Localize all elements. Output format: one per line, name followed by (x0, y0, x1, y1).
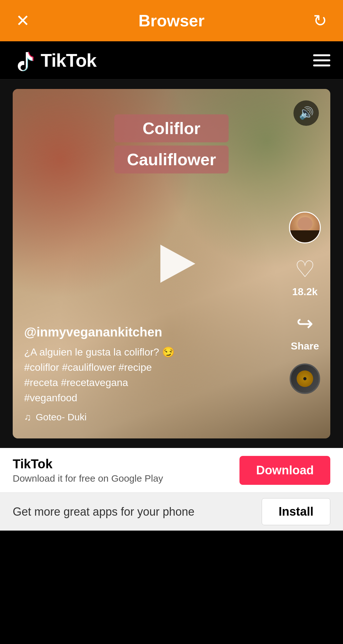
like-count: 18.2k (292, 286, 318, 298)
refresh-icon[interactable]: ↻ (313, 11, 327, 30)
tiktok-header: TikTok (0, 41, 343, 79)
download-banner: TikTok Download it for free on Google Pl… (0, 448, 343, 492)
video-desc-line1: ¿A alguien le gusta la coliflor? 😏 (24, 346, 175, 358)
avatar-image (290, 213, 320, 242)
tiktok-wordmark: TikTok (41, 50, 97, 71)
video-actions: ♡ 18.2k ↪ Share (289, 212, 321, 394)
browser-title: Browser (138, 11, 205, 30)
music-track-name: Goteo- Duki (36, 412, 87, 423)
install-bar: Get more great apps for your phone Insta… (0, 492, 343, 531)
hamburger-line-3 (313, 64, 330, 66)
sound-icon: 🔊 (299, 106, 314, 120)
download-button[interactable]: Download (239, 456, 330, 485)
video-music[interactable]: ♫ Goteo- Duki (24, 412, 279, 423)
close-icon[interactable]: ✕ (16, 11, 30, 30)
creator-avatar[interactable] (289, 212, 321, 243)
tiktok-logo[interactable]: TikTok (13, 49, 97, 72)
video-info: @inmyveganankitchen ¿A alguien le gusta … (24, 325, 279, 423)
music-note-icon: ♫ (24, 412, 31, 423)
video-label-spanish: Coliflor (114, 114, 229, 142)
hamburger-line-2 (313, 59, 330, 61)
hamburger-menu-icon[interactable] (313, 54, 330, 66)
like-button[interactable]: ♡ 18.2k (291, 255, 319, 298)
video-text-overlay: Coliflor Cauliflower (114, 114, 229, 173)
video-thumbnail[interactable]: Coliflor Cauliflower 🔊 ♡ (13, 89, 330, 438)
video-feed: Coliflor Cauliflower 🔊 ♡ (0, 79, 343, 448)
video-hashtags-2[interactable]: #receta #recetavegana (24, 377, 128, 388)
sound-button[interactable]: 🔊 (293, 100, 319, 126)
download-app-name: TikTok (13, 457, 163, 471)
music-disc-inner (297, 370, 313, 387)
tiktok-logo-icon (13, 49, 36, 72)
install-bar-text: Get more great apps for your phone (13, 505, 194, 519)
share-button[interactable]: ↪ Share (291, 309, 319, 352)
heart-icon-wrap: ♡ (291, 255, 319, 283)
video-label-english: Cauliflower (114, 146, 229, 173)
heart-icon: ♡ (295, 256, 315, 282)
browser-bar: ✕ Browser ↻ (0, 0, 343, 41)
download-banner-info: TikTok Download it for free on Google Pl… (13, 457, 163, 484)
play-button[interactable] (160, 245, 195, 283)
share-icon-wrap: ↪ (291, 309, 319, 338)
download-banner-subtitle: Download it for free on Google Play (13, 473, 163, 484)
video-username[interactable]: @inmyveganankitchen (24, 325, 279, 339)
video-hashtags-3[interactable]: #veganfood (24, 392, 77, 403)
video-hashtags-1[interactable]: #coliflor #cauliflower #recipe (24, 362, 152, 373)
hamburger-line-1 (313, 54, 330, 56)
install-button[interactable]: Install (262, 498, 330, 525)
music-disc-button[interactable] (290, 363, 320, 394)
video-description: ¿A alguien le gusta la coliflor? 😏 #coli… (24, 344, 279, 405)
share-label: Share (291, 340, 319, 352)
video-card: Coliflor Cauliflower 🔊 ♡ (13, 89, 330, 438)
share-icon: ↪ (296, 312, 313, 335)
music-disc-center (303, 377, 307, 381)
